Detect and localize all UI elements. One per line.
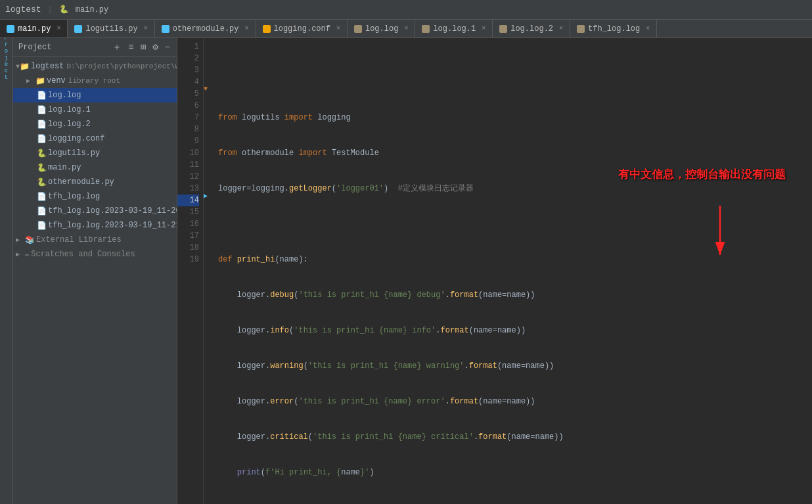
code-editor[interactable]: 有中文信息，控制台输出没有问题 from logutils import log… xyxy=(213,38,812,504)
tab-log-log-1[interactable]: log.log.1 × xyxy=(415,20,493,38)
tree-external-libraries[interactable]: ▶ 📚 External Libraries xyxy=(13,233,177,247)
tab-tfh-log-label: tfh_log.log xyxy=(588,24,640,34)
logging-conf-icon: 📄 xyxy=(37,134,47,144)
tree-root[interactable]: ▼ 📁 logtest D:\project\pythonproject\wor… xyxy=(13,59,177,74)
tab-logging-conf-label: logging.conf xyxy=(274,24,330,34)
tree-log-log-1[interactable]: 📄 log.log.1 xyxy=(13,103,177,117)
tfh-log-date2-icon: 📄 xyxy=(37,221,47,231)
tab-log-log[interactable]: log.log × xyxy=(348,20,415,38)
scratches-icon: ✏️ xyxy=(25,250,30,260)
tree-log-log-2[interactable]: 📄 log.log.2 xyxy=(13,117,177,131)
code-line-10: logger.critical('this is print_hi {name}… xyxy=(218,431,807,443)
tfh-log-date1-icon: 📄 xyxy=(37,206,47,216)
tab-log-log-2[interactable]: log.log.2 × xyxy=(493,20,570,38)
left-strip: Project xyxy=(0,38,13,504)
log-log-file-icon: 📄 xyxy=(37,91,47,101)
titlebar-file-icon: 🐍 xyxy=(59,5,69,14)
othermodule-py-icon: 🐍 xyxy=(37,177,47,187)
tree-main-py[interactable]: 🐍 main.py xyxy=(13,160,177,175)
tab-conf-icon xyxy=(263,25,271,33)
tab-log1-icon xyxy=(422,25,430,33)
code-line-6: logger.debug('this is print_hi {name} de… xyxy=(218,289,807,301)
tab-othermodule-icon xyxy=(162,25,169,33)
tab-tfhlog-close[interactable]: × xyxy=(646,25,650,32)
logutils-py-icon: 🐍 xyxy=(37,149,47,158)
code-line-7: logger.info('this is print_hi {name} inf… xyxy=(218,325,807,336)
tab-log1-close[interactable]: × xyxy=(482,25,485,32)
tfh-log-label: tfh_log.log xyxy=(48,192,100,201)
code-line-5: def print_hi(name): xyxy=(218,254,807,265)
ext-libs-chevron-icon: ▶ xyxy=(16,236,25,244)
titlebar-tab[interactable]: main.py xyxy=(76,5,108,14)
tab-log2-close[interactable]: × xyxy=(559,25,563,32)
tree-othermodule-py[interactable]: 🐍 othermodule.py xyxy=(13,175,177,189)
tab-logging-conf-close[interactable]: × xyxy=(336,25,340,32)
tab-main-py-close[interactable]: × xyxy=(56,25,60,32)
sidebar: Project ＋ ≡ ⊞ ⚙ − ▼ 📁 logtest D:\project… xyxy=(13,38,177,504)
line-numbers: 12345 678910 111213 14 1516171819 xyxy=(177,38,204,504)
sidebar-split-icon[interactable]: ⊞ xyxy=(139,40,147,54)
tab-logging-conf[interactable]: logging.conf × xyxy=(256,20,348,38)
titlebar: logtest | 🐍 main.py xyxy=(0,0,812,20)
tfh-log-date2-label: tfh_log.log.2023-03-19_11-21-21 xyxy=(48,221,177,230)
editor-gutter: ▼ ▶ xyxy=(204,38,213,504)
tree-logutils-py[interactable]: 🐍 logutils.py xyxy=(13,146,177,160)
tree-tfh-log-date2[interactable]: 📄 tfh_log.log.2023-03-19_11-21-21 xyxy=(13,218,177,233)
log-log-2-label: log.log.2 xyxy=(48,120,91,129)
editor-panel: 12345 678910 111213 14 1516171819 ▼ xyxy=(177,38,812,504)
tab-log-log-1-label: log.log.1 xyxy=(433,24,476,34)
tfh-log-icon: 📄 xyxy=(37,192,47,202)
tree-scratches[interactable]: ▶ ✏️ Scratches and Consoles xyxy=(13,247,177,262)
log-log2-file-icon: 📄 xyxy=(37,120,47,129)
othermodule-py-label: othermodule.py xyxy=(48,177,114,187)
tab-log-log-close[interactable]: × xyxy=(404,25,408,32)
external-libraries-label: External Libraries xyxy=(36,235,122,244)
sidebar-minus-icon[interactable]: − xyxy=(164,41,171,54)
log-log1-file-icon: 📄 xyxy=(37,105,47,115)
tab-logutils-close[interactable]: × xyxy=(144,25,148,32)
tab-log-icon xyxy=(354,25,362,33)
tab-othermodule-close[interactable]: × xyxy=(245,25,249,32)
tree-tfh-log[interactable]: 📄 tfh_log.log xyxy=(13,189,177,204)
sidebar-gear-icon[interactable]: ⚙ xyxy=(151,40,159,54)
sidebar-add-icon[interactable]: ＋ xyxy=(111,40,123,55)
tab-log-log-2-label: log.log.2 xyxy=(510,24,553,34)
scratches-label: Scratches and Consoles xyxy=(31,250,135,259)
venv-folder-icon: 📁 xyxy=(35,76,45,86)
tab-py-icon xyxy=(7,25,14,33)
tree-tfh-log-date1[interactable]: 📄 tfh_log.log.2023-03-19_11-20-12 xyxy=(13,204,177,218)
main-body: Project Project ＋ ≡ ⊞ ⚙ − ▼ 📁 logtest D:… xyxy=(0,38,812,504)
tab-log2-icon xyxy=(499,25,507,33)
main-py-label: main.py xyxy=(48,163,81,172)
sidebar-align-icon[interactable]: ≡ xyxy=(127,41,135,54)
tab-tfhlog-icon xyxy=(577,25,585,33)
tfh-log-date1-label: tfh_log.log.2023-03-19_11-20-12 xyxy=(48,206,177,216)
tab-log-log-label: log.log xyxy=(365,24,398,34)
tab-main-py[interactable]: main.py × xyxy=(0,20,68,38)
code-line-8: logger.warning('this is print_hi {name} … xyxy=(218,360,807,372)
code-line-11: print(f'Hi print_hi, {name}') xyxy=(218,467,807,478)
app-title: logtest xyxy=(5,5,41,14)
tab-main-py-label: main.py xyxy=(18,24,51,34)
code-line-1: from logutils import logging xyxy=(218,112,807,124)
editor-container: 12345 678910 111213 14 1516171819 ▼ xyxy=(177,38,812,504)
tab-logutils-icon xyxy=(74,25,82,33)
sidebar-title: Project xyxy=(18,43,107,52)
tree-venv[interactable]: ▶ 📁 venv library root xyxy=(13,74,177,88)
code-line-4 xyxy=(218,218,807,230)
title-separator: | xyxy=(48,5,53,14)
tab-logutils-py-label: logutils.py xyxy=(85,24,137,34)
code-line-3: logger=logging.getLogger('logger01') #定义… xyxy=(218,183,807,195)
tree-log-log[interactable]: 📄 log.log xyxy=(13,88,177,103)
ext-libs-icon: 📚 xyxy=(25,235,35,245)
code-line-2: from othermodule import TestModule xyxy=(218,147,807,159)
file-tree: ▼ 📁 logtest D:\project\pythonproject\wor… xyxy=(13,57,177,504)
project-icon[interactable]: Project xyxy=(0,51,26,64)
tab-logutils-py[interactable]: logutils.py × xyxy=(68,20,154,38)
scratches-chevron-icon: ▶ xyxy=(16,250,25,258)
annotation-text: 有中文信息，控制台输出没有问题 xyxy=(618,170,786,181)
tab-othermodule-py[interactable]: othermodule.py × xyxy=(155,20,256,38)
tab-tfh-log[interactable]: tfh_log.log × xyxy=(570,20,657,38)
venv-label: venv xyxy=(47,76,66,85)
tree-logging-conf[interactable]: 📄 logging.conf xyxy=(13,131,177,146)
